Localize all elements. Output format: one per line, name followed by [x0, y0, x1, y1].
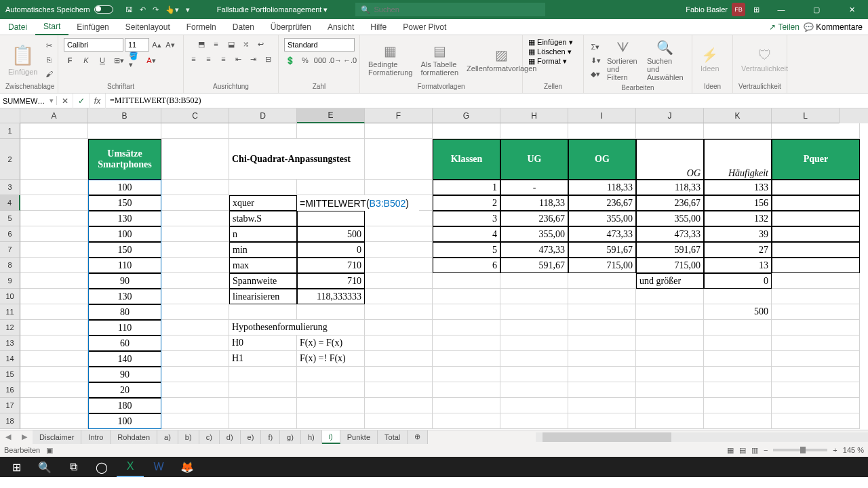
- row-header[interactable]: 17: [0, 398, 20, 413]
- cell-H13[interactable]: [500, 336, 568, 351]
- font-name-select[interactable]: [64, 38, 123, 52]
- cell-D4[interactable]: xquer: [229, 195, 297, 211]
- cell-L10[interactable]: [772, 289, 860, 304]
- dec-decimal-icon[interactable]: ←.0: [344, 54, 356, 66]
- inc-decimal-icon[interactable]: .0→: [329, 54, 341, 66]
- cell-A14[interactable]: [20, 351, 88, 367]
- cell-G17[interactable]: [433, 398, 500, 413]
- cell-B6[interactable]: 100: [88, 226, 161, 242]
- cell-H16[interactable]: [500, 382, 568, 398]
- cell-K17[interactable]: [704, 398, 772, 413]
- redo-icon[interactable]: ↷: [153, 5, 159, 14]
- cell-C15[interactable]: [161, 367, 229, 382]
- cancel-formula-icon[interactable]: ✕: [57, 94, 73, 108]
- zoom-slider[interactable]: [773, 449, 827, 451]
- cell-L7[interactable]: [772, 242, 860, 258]
- cell-I9[interactable]: [568, 273, 636, 289]
- tab-nav-next[interactable]: ▶: [16, 432, 33, 441]
- cell-G7[interactable]: 5: [433, 242, 500, 258]
- merge-icon[interactable]: ⊟: [262, 53, 275, 65]
- row-header[interactable]: 18: [0, 413, 20, 429]
- zoom-level[interactable]: 145 %: [843, 446, 864, 454]
- cell-J8[interactable]: 715,00: [636, 258, 704, 273]
- fill-color-icon[interactable]: 🪣▾: [129, 54, 141, 66]
- sheet-tab[interactable]: Rohdaten: [111, 430, 157, 444]
- row-header[interactable]: 12: [0, 320, 20, 336]
- cell-E4[interactable]: =MITTELWERT(B3:B502): [297, 195, 419, 211]
- comments-button[interactable]: 💬 Kommentare: [804, 22, 863, 32]
- cell-J11[interactable]: [636, 304, 704, 320]
- cell-F17[interactable]: [365, 398, 433, 413]
- cell-B9[interactable]: 90: [88, 273, 161, 289]
- minimize-button[interactable]: —: [768, 0, 795, 19]
- cell-D8[interactable]: max: [229, 258, 297, 273]
- new-sheet-button[interactable]: ⊕: [408, 430, 428, 444]
- cell-B8[interactable]: 110: [88, 258, 161, 273]
- cell-G1[interactable]: [433, 123, 500, 139]
- cell-K18[interactable]: [704, 413, 772, 429]
- cell-L6[interactable]: [772, 226, 860, 242]
- row-header[interactable]: 4: [0, 195, 20, 211]
- cell-C18[interactable]: [161, 413, 229, 429]
- sheet-tab[interactable]: Punkte: [340, 430, 378, 444]
- cell-A5[interactable]: [20, 211, 88, 226]
- cell-B13[interactable]: 60: [88, 336, 161, 351]
- tab-insert[interactable]: Einfügen: [68, 19, 117, 35]
- cell-A15[interactable]: [20, 367, 88, 382]
- ribbon-mode-icon[interactable]: ⊞: [753, 5, 760, 14]
- cell-H1[interactable]: [500, 123, 568, 139]
- cell-E15[interactable]: [297, 367, 365, 382]
- bold-icon[interactable]: F: [64, 54, 76, 66]
- tab-powerpivot[interactable]: Power Pivot: [395, 19, 454, 35]
- cell-H2[interactable]: UG: [500, 139, 568, 180]
- maximize-button[interactable]: ▢: [803, 0, 830, 19]
- cell-I10[interactable]: [568, 289, 636, 304]
- cell-K10[interactable]: [704, 289, 772, 304]
- cell-A4[interactable]: [20, 195, 88, 211]
- search-input[interactable]: [374, 5, 540, 14]
- find-select-button[interactable]: 🔍Suchen und Auswählen: [644, 38, 686, 83]
- row-header[interactable]: 14: [0, 351, 20, 367]
- cell-A10[interactable]: [20, 289, 88, 304]
- currency-icon[interactable]: 💲: [284, 54, 296, 66]
- cell-H14[interactable]: [500, 351, 568, 367]
- cell-D18[interactable]: [229, 413, 297, 429]
- underline-icon[interactable]: U: [96, 54, 108, 66]
- cell-B3[interactable]: 100: [88, 180, 161, 195]
- cell-K7[interactable]: 27: [704, 242, 772, 258]
- cell-C16[interactable]: [161, 382, 229, 398]
- cell-F10[interactable]: [365, 289, 433, 304]
- cell-C1[interactable]: [161, 123, 229, 139]
- cell-H7[interactable]: 473,33: [500, 242, 568, 258]
- view-pagelayout-icon[interactable]: ▤: [739, 446, 746, 455]
- cell-E3[interactable]: [297, 180, 365, 195]
- cell-F9[interactable]: [365, 273, 433, 289]
- cell-B14[interactable]: 140: [88, 351, 161, 367]
- cell-I12[interactable]: [568, 320, 636, 336]
- cell-H17[interactable]: [500, 398, 568, 413]
- sheet-tab[interactable]: i): [322, 430, 340, 444]
- conditional-format-button[interactable]: ▦Bedingte Formatierung: [366, 41, 415, 78]
- cell-I1[interactable]: [568, 123, 636, 139]
- cell-D3[interactable]: [229, 180, 297, 195]
- border-icon[interactable]: ⊞▾: [113, 54, 125, 66]
- cell-J10[interactable]: [636, 289, 704, 304]
- cell-D11[interactable]: [229, 304, 297, 320]
- ideas-button[interactable]: ⚡Ideen: [698, 45, 722, 74]
- cell-L18[interactable]: [772, 413, 860, 429]
- orientation-icon[interactable]: ⤭: [240, 38, 252, 50]
- cell-I11[interactable]: [568, 304, 636, 320]
- row-header[interactable]: 15: [0, 367, 20, 382]
- cell-L9[interactable]: [772, 273, 860, 289]
- align-left-icon[interactable]: ≡: [188, 53, 200, 65]
- cell-E8[interactable]: 710: [297, 258, 365, 273]
- cell-G14[interactable]: [433, 351, 500, 367]
- cell-I2[interactable]: OG: [568, 139, 636, 180]
- sheet-tab[interactable]: a): [157, 430, 178, 444]
- tab-view[interactable]: Ansicht: [319, 19, 362, 35]
- row-header[interactable]: 6: [0, 226, 20, 242]
- cell-C12[interactable]: [161, 320, 229, 336]
- cell-G2[interactable]: Klassen: [433, 139, 500, 180]
- cell-L5[interactable]: [772, 211, 860, 226]
- cell-B12[interactable]: 110: [88, 320, 161, 336]
